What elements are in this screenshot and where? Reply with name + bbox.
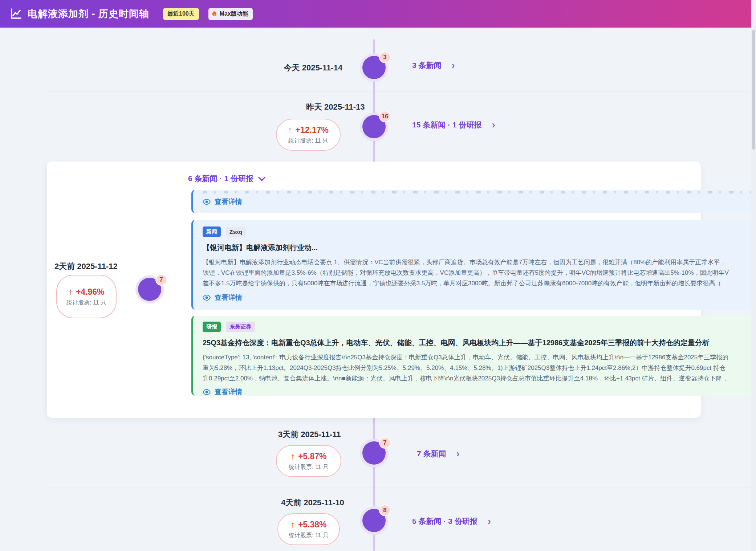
news-body-line: 【银河电新】电解液添加剂行业动态电话会要点 1、供需情况：VC当前供需很紧，头部… bbox=[203, 257, 756, 268]
entry-news-link-label: 3 条新闻 bbox=[412, 60, 442, 70]
news-count-badge: 7 bbox=[379, 437, 391, 449]
page-title: 电解液添加剂 - 历史时间轴 bbox=[28, 7, 149, 20]
up-arrow-icon: ↑ bbox=[288, 125, 292, 135]
up-arrow-icon: ↑ bbox=[290, 520, 295, 530]
entry-news-link[interactable]: 7 条新闻 › bbox=[417, 449, 460, 459]
report-body-line: 重为5.28%，环比上升1.13pct。2024Q3-2025Q3持仓比例分别为… bbox=[203, 363, 756, 373]
news-count-badge: 16 bbox=[379, 111, 391, 122]
flame-icon bbox=[212, 11, 217, 17]
entry-news-link-label: 7 条新闻 bbox=[417, 449, 446, 459]
report-type-badge: 研报 bbox=[203, 322, 221, 332]
app-header: 电解液添加剂 - 历史时间轴 最近100天 Max版功能 bbox=[0, 0, 756, 28]
change-pill: ↑ +5.38% 统计股票: 11 只 bbox=[277, 513, 340, 545]
chevron-right-icon: › bbox=[456, 450, 460, 457]
news-count-badge: 8 bbox=[379, 505, 391, 516]
change-percent: +4.96% bbox=[76, 287, 105, 297]
stocks-counted: 统计股票: 11 只 bbox=[289, 531, 329, 539]
max-feature-label: Max版功能 bbox=[220, 10, 248, 18]
view-details-label: 查看详情 bbox=[215, 293, 242, 302]
entry-news-link-label: 5 条新闻 · 3 份研报 bbox=[412, 516, 477, 526]
view-details-link[interactable]: 查看详情 bbox=[203, 197, 756, 207]
report-title: 25Q3基金持仓深度：电新重仓Q3总体上升，电动车、光伏、储能、工控、电网、风电… bbox=[203, 338, 756, 348]
expanded-summary-toggle[interactable]: 6 条新闻 · 1 份研报 bbox=[188, 174, 264, 184]
chevron-down-icon bbox=[258, 174, 265, 181]
entry-date: 3天前 2025-11-11 bbox=[278, 429, 341, 440]
report-body-line: {'sourceType': 13, 'content': '电力设备行业深度报… bbox=[203, 352, 756, 363]
chevron-right-icon: › bbox=[452, 62, 455, 69]
max-feature-badge: Max版功能 bbox=[208, 8, 253, 20]
news-body-line: 差不多1.5万吨是给宁德保供的，只有5000吨在市场进行流通，宁德也还要外采3.… bbox=[203, 278, 756, 289]
entry-divider bbox=[46, 487, 756, 487]
eye-icon bbox=[203, 295, 211, 301]
chevron-right-icon: › bbox=[492, 121, 495, 128]
stocks-counted: 统计股票: 11 只 bbox=[65, 299, 108, 306]
entry-news-link[interactable]: 5 条新闻 · 3 份研报 › bbox=[412, 516, 491, 526]
entry-news-link-label: 15 条新闻 · 1 份研报 bbox=[412, 120, 481, 130]
view-details-link[interactable]: 查看详情 bbox=[203, 293, 756, 302]
date-range-badge: 最近100天 bbox=[163, 8, 199, 20]
entry-date: 昨天 2025-11-13 bbox=[306, 102, 365, 113]
entry-news-link[interactable]: 3 条新闻 › bbox=[412, 60, 455, 70]
change-percent: +12.17% bbox=[296, 125, 329, 135]
report-card[interactable]: 研报 东吴证券 25Q3基金持仓深度：电新重仓Q3总体上升，电动车、光伏、储能、… bbox=[191, 316, 756, 396]
news-source-badge: Zsxq bbox=[226, 227, 246, 237]
news-body: 【银河电新】电解液添加剂行业动态电话会要点 1、供需情况：VC当前供需很紧，头部… bbox=[203, 257, 756, 289]
clipped-text-fragment bbox=[203, 191, 756, 193]
eye-icon bbox=[203, 389, 211, 395]
view-details-link[interactable]: 查看详情 bbox=[203, 387, 756, 397]
report-source-badge: 东吴证券 bbox=[226, 322, 255, 332]
stocks-counted: 统计股票: 11 只 bbox=[289, 463, 329, 471]
news-title: 【银河电新】电解液添加剂行业动... bbox=[203, 243, 756, 253]
news-card-clipped[interactable]: 查看详情 bbox=[191, 190, 756, 213]
view-details-label: 查看详情 bbox=[215, 387, 242, 397]
scrollbar-thumb[interactable] bbox=[752, 30, 755, 150]
expanded-summary-label: 6 条新闻 · 1 份研报 bbox=[188, 174, 253, 184]
change-percent: +5.38% bbox=[298, 520, 327, 530]
report-body: {'sourceType': 13, 'content': '电力设备行业深度报… bbox=[203, 352, 756, 384]
chart-line-icon bbox=[9, 7, 23, 20]
change-pill: ↑ +12.17% 统计股票: 11 只 bbox=[276, 119, 341, 151]
entry-divider bbox=[46, 91, 756, 92]
scrollbar-track[interactable] bbox=[751, 0, 756, 551]
news-card[interactable]: 新闻 Zsxq 【银河电新】电解液添加剂行业动... 【银河电新】电解液添加剂行… bbox=[191, 220, 756, 310]
change-pill: ↑ +4.96% 统计股票: 11 只 bbox=[56, 275, 117, 318]
timeline-page: 电解液添加剂 - 历史时间轴 最近100天 Max版功能 今天 2025-11-… bbox=[0, 0, 756, 551]
up-arrow-icon: ↑ bbox=[290, 452, 295, 461]
entry-date: 2天前 2025-11-12 bbox=[54, 261, 118, 272]
news-count-badge: 7 bbox=[155, 274, 167, 286]
change-percent: +5.87% bbox=[298, 452, 327, 461]
news-type-badge: 新闻 bbox=[203, 226, 221, 237]
eye-icon bbox=[203, 199, 211, 205]
entry-date: 4天前 2025-11-10 bbox=[281, 497, 344, 508]
change-pill: ↑ +5.87% 统计股票: 11 只 bbox=[276, 445, 341, 477]
up-arrow-icon: ↑ bbox=[68, 287, 73, 297]
view-details-label: 查看详情 bbox=[215, 197, 242, 207]
stocks-counted: 统计股票: 11 只 bbox=[288, 137, 328, 144]
news-count-badge: 3 bbox=[379, 52, 391, 63]
news-body-line: 铁锂，VC在铁锂里面的添加量是3.5%-6%（特别是储能，对循环充放电次数要求更… bbox=[203, 268, 756, 278]
entry-date: 今天 2025-11-14 bbox=[197, 62, 342, 73]
report-body-line: 升0.29pct至2.00%，钠电池、复合集流体上涨。\r\n■新能源：光伏、风… bbox=[203, 373, 756, 384]
chevron-right-icon: › bbox=[488, 518, 491, 525]
entry-news-link[interactable]: 15 条新闻 · 1 份研报 › bbox=[412, 120, 495, 130]
